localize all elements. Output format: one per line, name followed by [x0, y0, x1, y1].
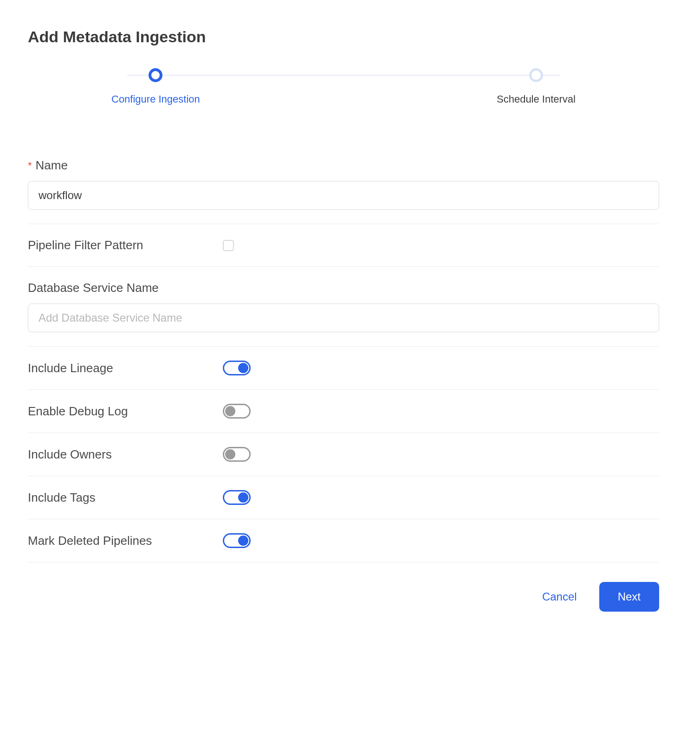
include-owners-label: Include Owners [28, 447, 223, 462]
include-tags-label: Include Tags [28, 491, 223, 505]
field-database-service-name-group: Database Service Name [28, 267, 659, 347]
toggle-knob-icon [238, 363, 248, 373]
toggle-knob-icon [225, 406, 235, 416]
required-star-icon: * [28, 161, 32, 171]
toggle-knob-icon [238, 536, 248, 546]
step-configure-ingestion[interactable]: Configure Ingestion [111, 68, 200, 105]
pipeline-filter-pattern-checkbox[interactable] [223, 240, 234, 251]
footer-actions: Cancel Next [28, 562, 659, 612]
field-mark-deleted-pipelines: Mark Deleted Pipelines [28, 519, 659, 562]
include-lineage-toggle[interactable] [223, 361, 251, 375]
field-include-lineage: Include Lineage [28, 347, 659, 390]
database-service-name-input[interactable] [28, 303, 659, 332]
field-name-group: * Name [28, 147, 659, 224]
field-enable-debug-log: Enable Debug Log [28, 390, 659, 433]
toggle-knob-icon [238, 492, 248, 503]
name-input[interactable] [28, 181, 659, 210]
page-title: Add Metadata Ingestion [28, 28, 659, 46]
field-include-owners: Include Owners [28, 433, 659, 476]
field-include-tags: Include Tags [28, 476, 659, 519]
name-label: Name [36, 158, 68, 173]
field-pipeline-filter-pattern: Pipeline Filter Pattern [28, 224, 659, 267]
cancel-button[interactable]: Cancel [542, 590, 577, 603]
enable-debug-log-toggle[interactable] [223, 404, 251, 419]
step-circle-active-icon [149, 68, 162, 82]
step-schedule-interval[interactable]: Schedule Interval [497, 68, 576, 105]
step-label: Configure Ingestion [111, 93, 200, 105]
database-service-name-label: Database Service Name [28, 281, 159, 295]
step-label: Schedule Interval [497, 93, 576, 105]
mark-deleted-pipelines-toggle[interactable] [223, 533, 251, 548]
enable-debug-log-label: Enable Debug Log [28, 404, 223, 419]
include-lineage-label: Include Lineage [28, 361, 223, 375]
next-button[interactable]: Next [599, 582, 659, 612]
mark-deleted-pipelines-label: Mark Deleted Pipelines [28, 534, 223, 548]
pipeline-filter-pattern-label: Pipeline Filter Pattern [28, 238, 223, 252]
stepper: Configure Ingestion Schedule Interval [111, 68, 576, 105]
toggle-knob-icon [225, 449, 235, 459]
include-tags-toggle[interactable] [223, 490, 251, 505]
include-owners-toggle[interactable] [223, 447, 251, 462]
step-circle-inactive-icon [529, 68, 543, 82]
